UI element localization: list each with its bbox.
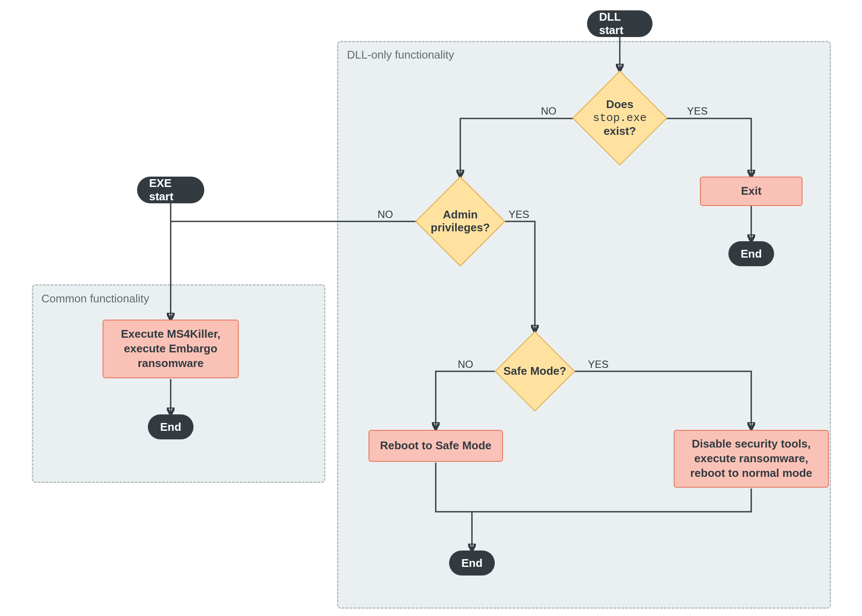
terminal-exe-start: EXE start bbox=[137, 177, 204, 203]
process-exit: Exit bbox=[700, 177, 803, 206]
flowchart-canvas: DLL-only functionality Common functional… bbox=[0, 0, 862, 616]
edge-label-stop-yes: YES bbox=[687, 105, 708, 117]
terminal-dll-start: DLL start bbox=[587, 10, 653, 37]
process-execute-ms4killer: Execute MS4Killer, execute Embargo ranso… bbox=[103, 320, 239, 378]
edges-layer bbox=[0, 0, 862, 616]
terminal-end-common: End bbox=[148, 414, 194, 439]
decision-stop-exe-exist: Does stop.exe exist? bbox=[586, 84, 653, 152]
edge-label-admin-yes: YES bbox=[509, 208, 529, 221]
edge-label-stop-no: NO bbox=[541, 105, 556, 117]
process-disable-security-tools: Disable security tools, execute ransomwa… bbox=[674, 430, 829, 488]
terminal-end-bottom: End bbox=[449, 551, 495, 576]
edge-label-safe-yes: YES bbox=[588, 358, 609, 370]
decision-admin-privileges: Admin privileges? bbox=[428, 190, 492, 253]
decision-safe-mode-label: Safe Mode? bbox=[498, 334, 572, 408]
terminal-end-exit: End bbox=[728, 241, 774, 266]
process-reboot-safe-mode: Reboot to Safe Mode bbox=[369, 430, 503, 462]
decision-stop-exe-exist-label: Does stop.exe exist? bbox=[576, 75, 664, 162]
decision-admin-privileges-label: Admin privileges? bbox=[419, 180, 502, 263]
decision-safe-mode: Safe Mode? bbox=[506, 343, 563, 400]
edge-label-admin-no: NO bbox=[378, 208, 393, 221]
edge-label-safe-no: NO bbox=[458, 358, 473, 370]
